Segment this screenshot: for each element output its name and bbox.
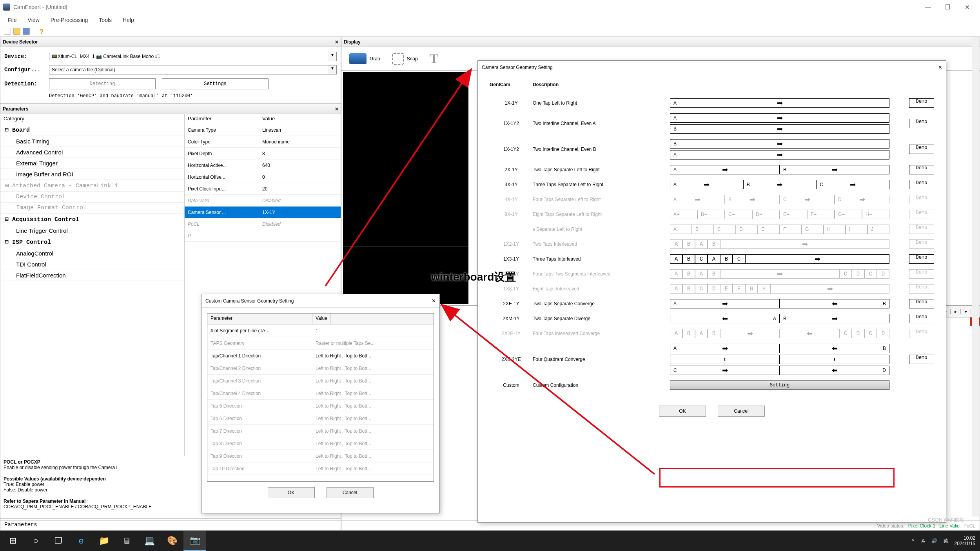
- parameter-row[interactable]: Camera TypeLinescan: [185, 124, 341, 136]
- demo-button[interactable]: Demo: [909, 119, 934, 128]
- geometry-row[interactable]: 1X8-1YEight Taps InterleavedABCDEFGH➡Dem…: [490, 284, 934, 294]
- grab-button[interactable]: Grab: [349, 53, 380, 64]
- demo-button[interactable]: Demo: [909, 269, 934, 279]
- category-item[interactable]: Basic Timing: [0, 136, 184, 147]
- category-item[interactable]: Attached Camera - CameraLink_1: [0, 180, 184, 192]
- demo-button[interactable]: Demo: [909, 254, 934, 264]
- geometry-row[interactable]: 2X-1YTwo Taps Separate Left to RightA➡B➡…: [490, 165, 934, 174]
- tray-chevron-icon[interactable]: ^: [912, 538, 914, 544]
- category-item[interactable]: AnalogControl: [0, 248, 184, 259]
- category-item[interactable]: External Trigger: [0, 158, 184, 169]
- close-button[interactable]: ✕: [957, 0, 977, 14]
- menu-view[interactable]: View: [22, 17, 45, 23]
- geometry-row[interactable]: 3X-1YThree Taps Separate Left to RightA➡…: [490, 180, 934, 189]
- explorer-icon[interactable]: 📁: [93, 531, 115, 551]
- geometry-row[interactable]: 8X-1YEight Taps Separate Left to RightA➠…: [490, 210, 934, 219]
- geometry-row[interactable]: 1X-1YOne Tap Left to RightA➡Demo: [490, 98, 934, 108]
- device-dropdown[interactable]: 📟 Xtium-CL_MX4_1 📷 CameraLink Base Mono …: [49, 52, 337, 61]
- parameter-row[interactable]: Horizontal Offse...0: [185, 171, 341, 183]
- config-dropdown[interactable]: Select a camera file (Optional) ▾: [49, 65, 337, 74]
- demo-button[interactable]: Demo: [909, 98, 934, 108]
- demo-button[interactable]: Demo: [909, 239, 934, 249]
- edge-icon[interactable]: e: [70, 531, 93, 551]
- taskview-icon[interactable]: ❐: [47, 531, 70, 551]
- demo-button[interactable]: Demo: [909, 210, 934, 219]
- expand-icon[interactable]: ▸: [951, 309, 961, 314]
- demo-button[interactable]: Demo: [909, 299, 934, 308]
- table-row[interactable]: # of Segment per Line (TA...1: [207, 324, 434, 337]
- parameter-row[interactable]: Data ValidDisabled: [185, 195, 341, 207]
- category-item[interactable]: FlatFieldCorrection: [0, 270, 184, 281]
- demo-button[interactable]: Demo: [909, 225, 934, 234]
- parameter-row[interactable]: Pixel Clock Input...20: [185, 183, 341, 195]
- demo-button[interactable]: Demo: [909, 195, 934, 204]
- geometry-row[interactable]: 4X-1YFour Taps Separate Left to RightA➡B…: [490, 195, 934, 204]
- volume-icon[interactable]: 🔊: [931, 538, 937, 544]
- ok-button[interactable]: OK: [268, 487, 315, 498]
- menu-preprocessing[interactable]: Pre-Processing: [45, 17, 94, 23]
- chevron-down-icon[interactable]: ▾: [328, 65, 336, 74]
- table-row[interactable]: Tap 6 DirectionLeft to Right , Top to Bo…: [207, 412, 434, 425]
- geometry-row[interactable]: 1X3-1YThree Taps InterleavedABCABC➡Demo: [490, 254, 934, 264]
- demo-button[interactable]: Demo: [909, 145, 934, 154]
- category-item[interactable]: Acquisition Control: [0, 214, 184, 225]
- help-icon[interactable]: ?: [38, 28, 45, 35]
- close-icon[interactable]: ×: [938, 64, 942, 71]
- start-button[interactable]: ⊞: [2, 531, 24, 551]
- category-item[interactable]: Advanced Control: [0, 147, 184, 158]
- table-row[interactable]: Tap/Channel 2 DirectionLeft to Right , T…: [207, 362, 434, 375]
- open-icon[interactable]: [13, 28, 20, 35]
- table-row[interactable]: Tap 10 DirectionLeft to Right , Top to B…: [207, 462, 434, 475]
- category-item[interactable]: TDI Control: [0, 259, 184, 270]
- setting-button[interactable]: Setting: [670, 381, 889, 390]
- category-item[interactable]: Board: [0, 124, 184, 136]
- app-icon[interactable]: 💻: [138, 531, 161, 551]
- category-item[interactable]: Image Format Control: [0, 203, 184, 214]
- table-row[interactable]: Tap 8 DirectionLeft to Right , Top to Bo…: [207, 437, 434, 450]
- table-row[interactable]: Tap 9 DirectionLeft to Right , Top to Bo…: [207, 450, 434, 462]
- geometry-row[interactable]: 1X-1Y2Two Interline Channel, Even BB➡A➡D…: [490, 139, 934, 160]
- close-panel-icon[interactable]: ×: [335, 106, 338, 112]
- menu-tools[interactable]: Tools: [93, 17, 117, 23]
- menu-help[interactable]: Help: [117, 17, 140, 23]
- new-icon[interactable]: [4, 28, 11, 35]
- table-row[interactable]: Tap 5 DirectionLeft to Right , Top to Bo…: [207, 400, 434, 412]
- geometry-row[interactable]: 2XE-2YEFour Quadrant ConvergeA➡⬅B⬍⬍C➡⬅DD…: [490, 344, 934, 375]
- cancel-button[interactable]: Cancel: [718, 406, 765, 417]
- network-icon[interactable]: 🖧: [920, 538, 925, 544]
- geometry-row[interactable]: 2XM-1YTwo Taps Separate Diverge⬅AB➡Demo: [490, 314, 934, 323]
- close-icon[interactable]: ×: [432, 297, 436, 304]
- category-item[interactable]: Line Trigger Control: [0, 225, 184, 236]
- demo-button[interactable]: Demo: [909, 329, 934, 338]
- app-icon[interactable]: 🖥: [115, 531, 138, 551]
- category-item[interactable]: Image Buffer and ROI: [0, 169, 184, 180]
- cancel-button[interactable]: Cancel: [327, 487, 374, 498]
- table-row[interactable]: Tap/Channel 1 DirectionLeft to Right , T…: [207, 350, 434, 362]
- minimize-button[interactable]: —: [918, 0, 938, 14]
- search-icon[interactable]: ○: [24, 531, 47, 551]
- snap-button[interactable]: Snap: [392, 53, 418, 65]
- table-row[interactable]: Tap/Channel 4 DirectionLeft to Right , T…: [207, 387, 434, 400]
- scrollbar[interactable]: [972, 37, 979, 517]
- category-item[interactable]: ISP Control: [0, 236, 184, 248]
- parameter-row[interactable]: Pixel Depth8: [185, 148, 341, 160]
- menu-file[interactable]: File: [2, 17, 22, 23]
- demo-button[interactable]: Demo: [909, 355, 934, 364]
- camexpert-taskbar-icon[interactable]: 📷: [183, 531, 206, 551]
- save-icon[interactable]: [23, 28, 30, 35]
- parameter-row[interactable]: Color TypeMonochrome: [185, 136, 341, 148]
- chevron-down-icon[interactable]: ▾: [328, 52, 336, 61]
- parameter-row[interactable]: PoCLDisabled: [185, 218, 341, 230]
- maximize-button[interactable]: ❐: [938, 0, 957, 14]
- table-row[interactable]: Tap/Channel 3 DirectionLeft to Right , T…: [207, 375, 434, 387]
- table-row[interactable]: TAPS GeometryRaster or multiple Taps Se.…: [207, 337, 434, 350]
- text-icon[interactable]: T: [430, 51, 439, 66]
- geometry-row[interactable]: 1X2-1YTwo Taps InterleavedABAB➡Demo: [490, 239, 934, 249]
- settings-button[interactable]: Settings: [162, 78, 269, 89]
- category-item[interactable]: Device Control: [0, 192, 184, 203]
- geometry-row[interactable]: s Separate Left to RightABCDEFGHIJDemo: [490, 225, 934, 234]
- geometry-row[interactable]: 1X-1Y2Two Interline Channel, Even AA➡B➡D…: [490, 113, 934, 134]
- demo-button[interactable]: Demo: [909, 284, 934, 294]
- app-icon[interactable]: 🎨: [161, 531, 183, 551]
- table-row[interactable]: Tap 7 DirectionLeft to Right , Top to Bo…: [207, 425, 434, 437]
